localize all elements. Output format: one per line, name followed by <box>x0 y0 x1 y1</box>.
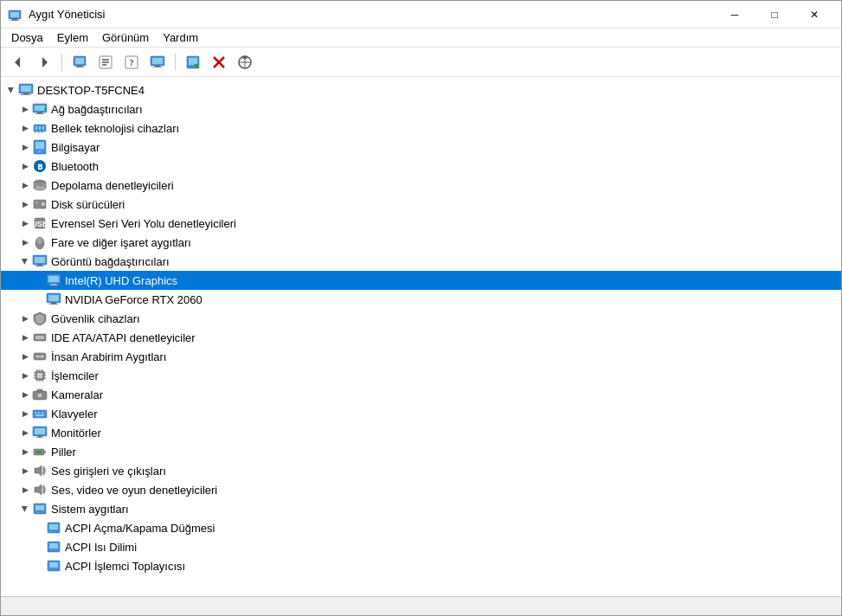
camera-expand[interactable]: ▶ <box>18 388 32 401</box>
tree-item-computer[interactable]: ▶ Bilgisayar <box>1 138 841 157</box>
hid-expand[interactable]: ▶ <box>18 350 32 363</box>
security-label: Güvenlik cihazları <box>51 312 140 325</box>
keyboard-expand[interactable]: ▶ <box>18 407 32 420</box>
svg-rect-66 <box>48 276 59 282</box>
update-driver-button[interactable] <box>93 51 118 74</box>
menu-eylem[interactable]: Eylem <box>50 29 95 46</box>
svg-rect-98 <box>35 412 36 414</box>
tree-item-bluetooth[interactable]: ▶ ʙ Bluetooth <box>1 157 841 176</box>
disk-icon <box>32 196 48 212</box>
svg-rect-114 <box>35 511 44 512</box>
tree-item-disk[interactable]: ▶ Disk sürücüleri <box>1 195 841 214</box>
storage-expand[interactable]: ▶ <box>18 178 32 192</box>
display-label: Görüntü bağdaştırıcıları <box>51 255 170 268</box>
svg-rect-105 <box>36 437 43 438</box>
menu-gorunum[interactable]: Görünüm <box>95 29 156 46</box>
tree-item-memory[interactable]: ▶ Bellek teknolojisi cihazları <box>1 119 841 138</box>
intel-gpu-icon <box>46 273 61 288</box>
svg-rect-30 <box>21 86 31 92</box>
tree-item-usb[interactable]: ▶ USB Evrensel Seri Veri Yolu denetleyic… <box>1 214 841 233</box>
ide-icon <box>32 330 48 345</box>
root-expand-arrow[interactable]: ▶ <box>4 83 18 97</box>
tree-item-monitors[interactable]: ▶ Monitörler <box>1 423 841 442</box>
tree-item-camera[interactable]: ▶ Kameralar <box>1 385 841 404</box>
bluetooth-label: Bluetooth <box>51 160 99 173</box>
menu-yardim[interactable]: Yardım <box>156 29 205 46</box>
tree-item-keyboard[interactable]: ▶ Klavyeler <box>1 404 841 423</box>
tree-item-display[interactable]: ▶ Görüntü bağdaştırıcıları <box>1 252 841 271</box>
tree-item-acpi-thermal[interactable]: ▶ ACPI Isı Dilimi <box>1 537 841 556</box>
maximize-button[interactable]: □ <box>755 1 794 29</box>
tree-item-audio-io[interactable]: ▶ Ses girişleri ve çıkışları <box>1 461 841 480</box>
svg-point-55 <box>35 202 37 203</box>
system-expand[interactable]: ▶ <box>18 502 32 516</box>
toolbar-separator-1 <box>61 54 62 71</box>
scan-button[interactable] <box>233 51 257 74</box>
svg-rect-37 <box>44 108 47 110</box>
svg-rect-40 <box>39 126 41 130</box>
svg-rect-71 <box>51 303 56 304</box>
acpi-thermal-label: ACPI Isı Dilimi <box>65 541 137 554</box>
menu-dosya[interactable]: Dosya <box>4 29 50 46</box>
minimize-button[interactable]: ─ <box>715 1 755 29</box>
help-button[interactable]: ? <box>119 51 144 74</box>
tree-item-system[interactable]: ▶ Sistem aygıtları <box>1 499 841 518</box>
svg-rect-8 <box>77 66 82 67</box>
device-tree[interactable]: ▶ DESKTOP-T5FCNE4 ▶ <box>1 77 841 596</box>
back-button[interactable] <box>6 51 30 74</box>
audio-io-expand[interactable]: ▶ <box>18 464 32 478</box>
multimedia-expand[interactable]: ▶ <box>18 483 32 497</box>
mouse-label: Fare ve diğer işaret aygıtları <box>51 236 191 249</box>
app-icon <box>8 8 22 22</box>
monitor-icon <box>32 425 48 440</box>
tree-item-multimedia[interactable]: ▶ Ses, video ve oyun denetleyicileri <box>1 480 841 499</box>
tree-item-security[interactable]: ▶ Güvenlik cihazları <box>1 309 841 328</box>
nvidia-gpu-icon <box>46 292 61 307</box>
svg-rect-108 <box>35 451 42 453</box>
mouse-expand[interactable]: ▶ <box>18 235 32 249</box>
memory-expand[interactable]: ▶ <box>18 121 32 135</box>
tree-item-acpi-processor[interactable]: ▶ ACPI İşlemci Toplayıcısı <box>1 556 841 575</box>
properties-button[interactable] <box>67 51 92 74</box>
security-expand[interactable]: ▶ <box>18 311 32 325</box>
tree-root[interactable]: ▶ DESKTOP-T5FCNE4 <box>1 80 841 99</box>
status-bar <box>1 596 841 615</box>
svg-rect-34 <box>35 106 45 111</box>
tree-item-intel-gpu[interactable]: ▶ Intel(R) UHD Graphics <box>1 271 841 290</box>
add-driver-button[interactable] <box>181 51 205 74</box>
tree-item-ide[interactable]: ▶ IDE ATA/ATAPI denetleyiciler <box>1 328 841 347</box>
audio-io-icon <box>32 463 48 478</box>
svg-rect-67 <box>51 284 56 285</box>
svg-rect-1 <box>10 12 19 17</box>
network-expand[interactable]: ▶ <box>18 102 32 116</box>
disk-expand[interactable]: ▶ <box>18 197 32 211</box>
tree-item-mouse[interactable]: ▶ Fare ve diğer işaret aygıtları <box>1 233 841 252</box>
svg-rect-17 <box>152 58 163 64</box>
svg-rect-103 <box>35 428 45 434</box>
tree-item-nvidia-gpu[interactable]: ▶ NVIDIA GeForce RTX 2060 <box>1 290 841 309</box>
bluetooth-expand[interactable]: ▶ <box>18 159 32 173</box>
tree-item-network[interactable]: ▶ Ağ bağdaştırıcıları <box>1 99 841 119</box>
display-button[interactable] <box>145 51 170 74</box>
svg-text:?: ? <box>129 57 134 67</box>
svg-rect-120 <box>49 562 58 568</box>
display-expand[interactable]: ▶ <box>18 254 32 268</box>
svg-rect-70 <box>48 295 59 301</box>
tree-item-hid[interactable]: ▶ İnsan Arabirim Aygıtları <box>1 347 841 366</box>
remove-button[interactable] <box>207 51 231 74</box>
close-button[interactable]: ✕ <box>794 1 834 29</box>
computer-expand[interactable]: ▶ <box>18 140 32 154</box>
tree-item-cpu[interactable]: ▶ <box>1 366 841 385</box>
tree-item-storage[interactable]: ▶ Depolama denetleyicileri <box>1 176 841 195</box>
tree-item-acpi-power[interactable]: ▶ ACPI Açma/Kapama Düğmesi <box>1 518 841 537</box>
usb-expand[interactable]: ▶ <box>18 216 32 230</box>
monitors-expand[interactable]: ▶ <box>18 426 32 440</box>
battery-expand[interactable]: ▶ <box>18 445 32 459</box>
cpu-expand[interactable]: ▶ <box>18 369 32 382</box>
forward-button[interactable] <box>32 51 56 74</box>
ide-expand[interactable]: ▶ <box>18 330 32 344</box>
svg-rect-118 <box>49 543 58 549</box>
tree-item-battery[interactable]: ▶ Piller <box>1 442 841 461</box>
camera-icon <box>32 387 48 402</box>
svg-rect-21 <box>189 58 197 65</box>
